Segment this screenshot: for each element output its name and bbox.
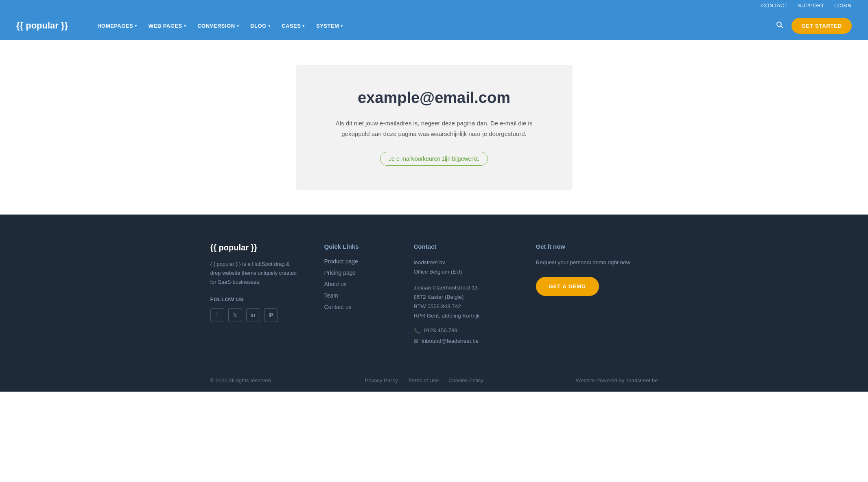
cookies-link[interactable]: Cookies Policy — [448, 377, 483, 383]
footer-top: {{ popular }} { { popular } } is a HubSp… — [210, 243, 658, 369]
main-content: example@email.com Als dit niet jouw e-ma… — [0, 40, 868, 215]
privacy-policy-link[interactable]: Privacy Policy — [365, 377, 398, 383]
pinterest-icon[interactable]: 𝗣 — [264, 308, 278, 322]
footer-link-pricing[interactable]: Pricing page — [324, 269, 389, 276]
search-icon[interactable] — [776, 21, 783, 31]
chevron-down-icon: ▾ — [237, 24, 239, 28]
get-demo-button[interactable]: GET A DEMO — [536, 277, 599, 296]
email-address: example@email.com — [328, 89, 540, 107]
footer-brand: {{ popular }} { { popular } } is a HubSp… — [210, 243, 300, 348]
footer-bottom-links: Privacy Policy Terms of Use Cookies Poli… — [365, 377, 483, 383]
nav-item-cases[interactable]: CASES ▾ — [277, 20, 310, 32]
phone-icon: 📞 — [414, 327, 421, 334]
terms-link[interactable]: Terms of Use — [408, 377, 439, 383]
social-icons: f 𝕏 in 𝗣 — [210, 308, 300, 322]
navbar: {{ popular }} HOMEPAGES ▾ WEB PAGES ▾ CO… — [0, 11, 868, 40]
footer-contact-title: Contact — [414, 243, 512, 250]
footer-link-product[interactable]: Product page — [324, 258, 389, 265]
footer-follow-title: Follow Us — [210, 296, 300, 302]
footer-contact-email-row: ✉ inbound@leadstreet.be — [414, 338, 512, 344]
facebook-icon[interactable]: f — [210, 308, 224, 322]
footer-bottom: © 2020 All rights reserved. Privacy Poli… — [210, 369, 658, 392]
footer-get-now-desc: Request your personal demo right now — [536, 258, 658, 267]
topbar-support-link[interactable]: SUPPORT — [798, 2, 824, 9]
footer-contact-address: Juliaan Claerhoutstraat 13 8572 Kaster (… — [414, 283, 512, 321]
footer-quick-links-title: Quick Links — [324, 243, 389, 250]
twitter-icon[interactable]: 𝕏 — [228, 308, 242, 322]
email-description: Als dit niet jouw e-mailadres is, negeer… — [328, 118, 540, 139]
footer-brand-desc: { { popular } } is a HubSpot drag & drop… — [210, 260, 300, 287]
topbar-login-link[interactable]: LOGIN — [834, 2, 852, 9]
footer-link-contact[interactable]: Contact us — [324, 304, 389, 310]
nav-item-webpages[interactable]: WEB PAGES ▾ — [144, 20, 191, 32]
nav-links: HOMEPAGES ▾ WEB PAGES ▾ CONVERSION ▾ BLO… — [92, 18, 852, 34]
chevron-down-icon: ▾ — [302, 24, 305, 28]
footer-phone: 0123.456.789 — [424, 327, 458, 333]
get-started-button[interactable]: GET STARTED — [791, 18, 852, 34]
nav-item-system[interactable]: SYSTEM ▾ — [311, 20, 348, 32]
chevron-down-icon: ▾ — [341, 24, 343, 28]
chevron-down-icon: ▾ — [184, 24, 186, 28]
footer-copyright: © 2020 All rights reserved. — [210, 377, 273, 383]
top-bar: CONTACT SUPPORT LOGIN — [0, 0, 868, 11]
powered-by: Website Powered by: leadstreet.be — [576, 377, 658, 383]
chevron-down-icon: ▾ — [135, 24, 137, 28]
footer-contact-phone-row: 📞 0123.456.789 — [414, 327, 512, 334]
email-card: example@email.com Als dit niet jouw e-ma… — [296, 65, 573, 190]
linkedin-icon[interactable]: in — [246, 308, 260, 322]
footer-bottom-wrapper: © 2020 All rights reserved. Privacy Poli… — [0, 369, 868, 392]
chevron-down-icon: ▾ — [268, 24, 271, 28]
footer-get-now-title: Get it now — [536, 243, 658, 250]
nav-item-homepages[interactable]: HOMEPAGES ▾ — [92, 20, 142, 32]
footer-email: inbound@leadstreet.be — [422, 338, 479, 344]
footer: {{ popular }} { { popular } } is a HubSp… — [0, 215, 868, 369]
email-icon: ✉ — [414, 338, 419, 344]
footer-contact-company: leadstreet bv Office Belgium (EU) — [414, 258, 512, 277]
nav-item-conversion[interactable]: CONVERSION ▾ — [192, 20, 244, 32]
confirmation-badge: Je e-mailvoorkeuren zijn bijgewerkt. — [380, 152, 488, 166]
svg-line-1 — [781, 26, 783, 28]
footer-logo: {{ popular }} — [210, 243, 300, 252]
navbar-logo: {{ popular }} — [16, 20, 68, 31]
footer-link-about[interactable]: About us — [324, 281, 389, 287]
footer-contact-col: Contact leadstreet bv Office Belgium (EU… — [414, 243, 512, 348]
topbar-contact-link[interactable]: CONTACT — [761, 2, 788, 9]
footer-get-now: Get it now Request your personal demo ri… — [536, 243, 658, 348]
footer-link-team[interactable]: Team — [324, 292, 389, 299]
footer-quick-links: Quick Links Product page Pricing page Ab… — [324, 243, 389, 348]
nav-item-blog[interactable]: BLOG ▾ — [245, 20, 275, 32]
